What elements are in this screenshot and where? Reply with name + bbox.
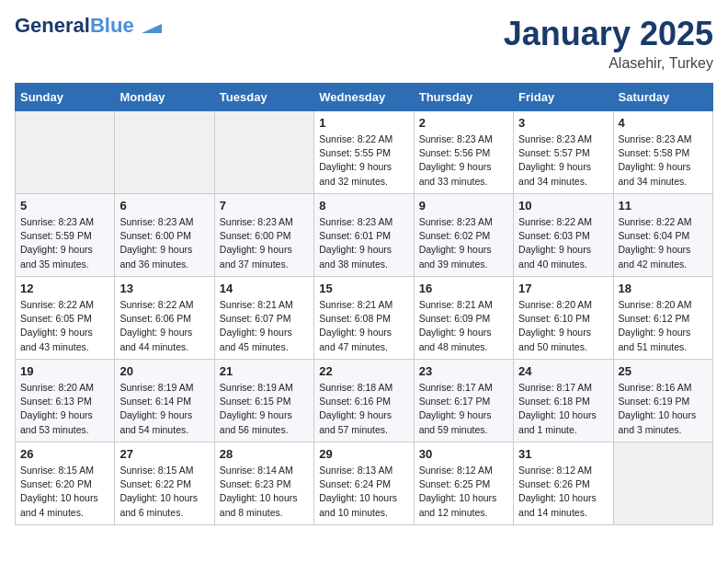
calendar-week-2: 5Sunrise: 8:23 AM Sunset: 5:59 PM Daylig… [16, 194, 713, 277]
day-number: 19 [20, 364, 109, 378]
calendar-subtitle: Alasehir, Turkey [504, 55, 713, 72]
day-info: Sunrise: 8:12 AM Sunset: 6:26 PM Dayligh… [518, 464, 608, 520]
weekday-header-saturday: Saturday [613, 84, 712, 111]
calendar-week-1: 1Sunrise: 8:22 AM Sunset: 5:55 PM Daylig… [16, 111, 713, 194]
calendar-cell: 4Sunrise: 8:23 AM Sunset: 5:58 PM Daylig… [613, 111, 712, 194]
day-info: Sunrise: 8:21 AM Sunset: 6:08 PM Dayligh… [319, 298, 408, 354]
day-number: 22 [319, 364, 408, 378]
calendar-cell: 11Sunrise: 8:22 AM Sunset: 6:04 PM Dayli… [613, 194, 712, 277]
day-number: 7 [220, 199, 309, 213]
day-info: Sunrise: 8:23 AM Sunset: 6:02 PM Dayligh… [419, 215, 508, 271]
calendar-week-5: 26Sunrise: 8:15 AM Sunset: 6:20 PM Dayli… [16, 442, 713, 525]
day-number: 4 [619, 116, 708, 130]
svg-marker-0 [142, 24, 162, 33]
day-info: Sunrise: 8:19 AM Sunset: 6:14 PM Dayligh… [119, 381, 209, 437]
day-number: 27 [119, 447, 209, 461]
weekday-header-friday: Friday [514, 84, 613, 111]
day-number: 29 [319, 447, 408, 461]
day-number: 12 [20, 282, 109, 295]
calendar-cell: 15Sunrise: 8:21 AM Sunset: 6:08 PM Dayli… [314, 277, 414, 360]
day-info: Sunrise: 8:17 AM Sunset: 6:17 PM Dayligh… [419, 381, 508, 437]
calendar-title: January 2025 [504, 15, 713, 53]
calendar-cell: 21Sunrise: 8:19 AM Sunset: 6:15 PM Dayli… [214, 360, 313, 442]
calendar-cell: 13Sunrise: 8:22 AM Sunset: 6:06 PM Dayli… [115, 277, 214, 360]
day-number: 16 [419, 282, 508, 295]
day-info: Sunrise: 8:20 AM Sunset: 6:13 PM Dayligh… [20, 381, 109, 437]
weekday-header-tuesday: Tuesday [214, 84, 313, 111]
weekday-header-thursday: Thursday [414, 84, 513, 111]
weekday-header-sunday: Sunday [16, 84, 115, 111]
calendar-cell: 14Sunrise: 8:21 AM Sunset: 6:07 PM Dayli… [214, 277, 313, 360]
calendar-cell: 18Sunrise: 8:20 AM Sunset: 6:12 PM Dayli… [613, 277, 712, 360]
day-info: Sunrise: 8:23 AM Sunset: 5:58 PM Dayligh… [619, 132, 708, 189]
calendar-cell: 26Sunrise: 8:15 AM Sunset: 6:20 PM Dayli… [16, 442, 115, 525]
day-info: Sunrise: 8:22 AM Sunset: 6:06 PM Dayligh… [119, 298, 209, 354]
calendar-cell: 31Sunrise: 8:12 AM Sunset: 6:26 PM Dayli… [514, 442, 613, 525]
calendar-cell: 23Sunrise: 8:17 AM Sunset: 6:17 PM Dayli… [414, 360, 513, 442]
day-info: Sunrise: 8:23 AM Sunset: 5:56 PM Dayligh… [419, 132, 508, 189]
calendar-cell: 12Sunrise: 8:22 AM Sunset: 6:05 PM Dayli… [16, 277, 115, 360]
calendar-cell: 27Sunrise: 8:15 AM Sunset: 6:22 PM Dayli… [115, 442, 214, 525]
day-number: 14 [220, 282, 309, 295]
day-number: 15 [319, 282, 408, 295]
day-info: Sunrise: 8:16 AM Sunset: 6:19 PM Dayligh… [619, 381, 708, 437]
day-info: Sunrise: 8:23 AM Sunset: 5:59 PM Dayligh… [20, 215, 109, 271]
weekday-header-monday: Monday [115, 84, 214, 111]
day-number: 1 [319, 116, 408, 130]
calendar-cell: 10Sunrise: 8:22 AM Sunset: 6:03 PM Dayli… [514, 194, 613, 277]
day-info: Sunrise: 8:22 AM Sunset: 6:05 PM Dayligh… [20, 298, 109, 354]
day-number: 9 [419, 199, 508, 213]
calendar-table: SundayMondayTuesdayWednesdayThursdayFrid… [15, 83, 713, 525]
day-number: 20 [119, 364, 209, 378]
day-info: Sunrise: 8:15 AM Sunset: 6:20 PM Dayligh… [20, 464, 109, 520]
day-info: Sunrise: 8:17 AM Sunset: 6:18 PM Dayligh… [518, 381, 608, 437]
day-number: 3 [518, 116, 608, 130]
calendar-cell: 9Sunrise: 8:23 AM Sunset: 6:02 PM Daylig… [414, 194, 513, 277]
calendar-cell: 16Sunrise: 8:21 AM Sunset: 6:09 PM Dayli… [414, 277, 513, 360]
calendar-cell: 1Sunrise: 8:22 AM Sunset: 5:55 PM Daylig… [314, 111, 414, 194]
day-info: Sunrise: 8:22 AM Sunset: 5:55 PM Dayligh… [319, 132, 408, 189]
calendar-cell: 2Sunrise: 8:23 AM Sunset: 5:56 PM Daylig… [414, 111, 513, 194]
day-info: Sunrise: 8:19 AM Sunset: 6:15 PM Dayligh… [220, 381, 309, 437]
day-number: 31 [518, 447, 608, 461]
calendar-cell [214, 111, 313, 194]
day-number: 24 [518, 364, 608, 378]
title-block: January 2025 Alasehir, Turkey [504, 15, 713, 72]
day-number: 18 [619, 282, 708, 295]
day-number: 2 [419, 116, 508, 130]
calendar-cell: 8Sunrise: 8:23 AM Sunset: 6:01 PM Daylig… [314, 194, 414, 277]
calendar-cell: 3Sunrise: 8:23 AM Sunset: 5:57 PM Daylig… [514, 111, 613, 194]
calendar-cell: 17Sunrise: 8:20 AM Sunset: 6:10 PM Dayli… [514, 277, 613, 360]
day-info: Sunrise: 8:21 AM Sunset: 6:07 PM Dayligh… [220, 298, 309, 354]
day-number: 13 [119, 282, 209, 295]
day-info: Sunrise: 8:13 AM Sunset: 6:24 PM Dayligh… [319, 464, 408, 520]
day-number: 10 [518, 199, 608, 213]
logo: GeneralBlue [15, 15, 162, 37]
calendar-cell: 24Sunrise: 8:17 AM Sunset: 6:18 PM Dayli… [514, 360, 613, 442]
day-info: Sunrise: 8:20 AM Sunset: 6:12 PM Dayligh… [619, 298, 708, 354]
calendar-cell: 22Sunrise: 8:18 AM Sunset: 6:16 PM Dayli… [314, 360, 414, 442]
calendar-cell [16, 111, 115, 194]
calendar-cell: 29Sunrise: 8:13 AM Sunset: 6:24 PM Dayli… [314, 442, 414, 525]
calendar-cell: 30Sunrise: 8:12 AM Sunset: 6:25 PM Dayli… [414, 442, 513, 525]
day-number: 8 [319, 199, 408, 213]
day-number: 5 [20, 199, 109, 213]
day-info: Sunrise: 8:22 AM Sunset: 6:03 PM Dayligh… [518, 215, 608, 271]
day-number: 28 [220, 447, 309, 461]
calendar-cell: 19Sunrise: 8:20 AM Sunset: 6:13 PM Dayli… [16, 360, 115, 442]
calendar-cell [613, 442, 712, 525]
calendar-body: 1Sunrise: 8:22 AM Sunset: 5:55 PM Daylig… [16, 111, 713, 525]
calendar-cell: 6Sunrise: 8:23 AM Sunset: 6:00 PM Daylig… [115, 194, 214, 277]
day-info: Sunrise: 8:14 AM Sunset: 6:23 PM Dayligh… [220, 464, 309, 520]
day-number: 17 [518, 282, 608, 295]
day-number: 26 [20, 447, 109, 461]
day-info: Sunrise: 8:23 AM Sunset: 6:00 PM Dayligh… [119, 215, 209, 271]
calendar-cell: 5Sunrise: 8:23 AM Sunset: 5:59 PM Daylig… [16, 194, 115, 277]
day-number: 6 [119, 199, 209, 213]
day-info: Sunrise: 8:23 AM Sunset: 6:00 PM Dayligh… [220, 215, 309, 271]
weekday-header-wednesday: Wednesday [314, 84, 414, 111]
day-info: Sunrise: 8:20 AM Sunset: 6:10 PM Dayligh… [518, 298, 608, 354]
calendar-cell: 20Sunrise: 8:19 AM Sunset: 6:14 PM Dayli… [115, 360, 214, 442]
day-info: Sunrise: 8:18 AM Sunset: 6:16 PM Dayligh… [319, 381, 408, 437]
page-header: GeneralBlue January 2025 Alasehir, Turke… [15, 15, 713, 72]
